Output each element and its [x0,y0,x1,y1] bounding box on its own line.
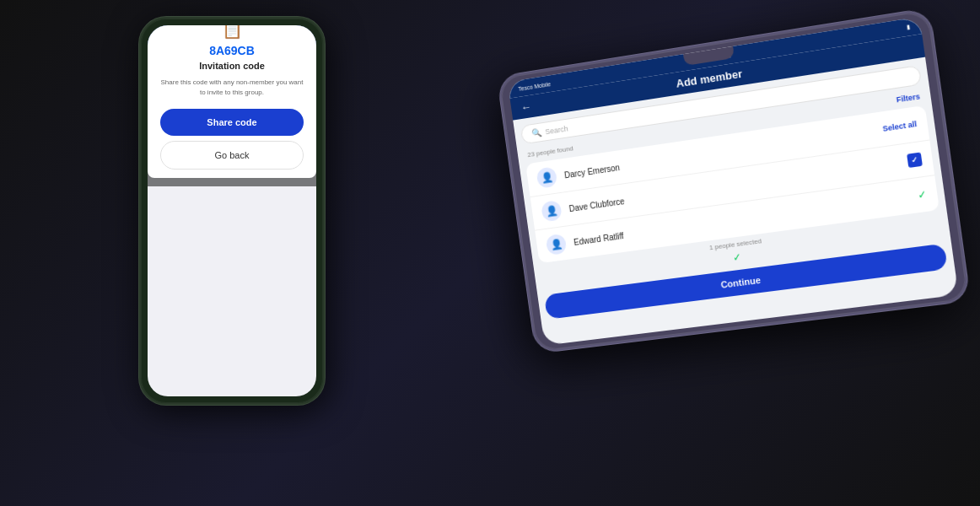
invitation-icon: 📋 [160,25,304,40]
right-phone-side-btn [933,35,941,70]
member-checkbox[interactable]: ✓ [907,152,923,168]
search-icon: 🔍 [531,127,542,137]
search-placeholder: Search [545,124,568,136]
left-phone-screen: Tesco Mobile 08:54 ▮ ← Men's Senior Hurl… [148,25,316,396]
spacer [896,47,913,50]
right-phone-volume-btn [524,283,530,304]
avatar: 👤 [536,166,557,188]
right-back-button[interactable]: ← [520,100,532,114]
right-battery-icon: ▮ [907,24,911,31]
filters-link[interactable]: Filters [896,92,920,104]
left-phone: Tesco Mobile 08:54 ▮ ← Men's Senior Hurl… [139,17,325,405]
checkmark-green-icon: ✓ [917,188,927,202]
modal-overlay: 📋 8A69CB Invitation code Share this code… [148,92,316,186]
found-count-label: 23 people found [527,144,573,159]
go-back-button[interactable]: Go back [160,141,304,170]
invitation-code-value: 8A69CB [160,44,304,57]
avatar: 👤 [541,200,563,222]
share-code-button[interactable]: Share code [160,109,304,136]
invitation-code-modal: 📋 8A69CB Invitation code Share this code… [148,25,316,178]
iphone-notch [683,46,735,66]
scene: Tesco Mobile 08:54 ▮ ← Men's Senior Hurl… [0,0,980,506]
app-content: 👤 Add to group Add players to the group … [148,92,316,186]
right-phone: Tesco Mobile 08:57 ▮ ← Add member 🔍 Sear… [498,8,971,353]
right-carrier-label: Tesco Mobile [518,81,551,92]
invitation-code-description: Share this code with any non-member you … [160,78,304,96]
checkmark-icon: ✓ [911,155,919,164]
invitation-code-title: Invitation code [160,61,304,71]
bottom-checkmark-icon: ✓ [732,251,742,264]
right-phone-screen: Tesco Mobile 08:57 ▮ ← Add member 🔍 Sear… [508,17,959,346]
select-all-link[interactable]: Select all [882,120,918,133]
avatar: 👤 [546,234,568,256]
